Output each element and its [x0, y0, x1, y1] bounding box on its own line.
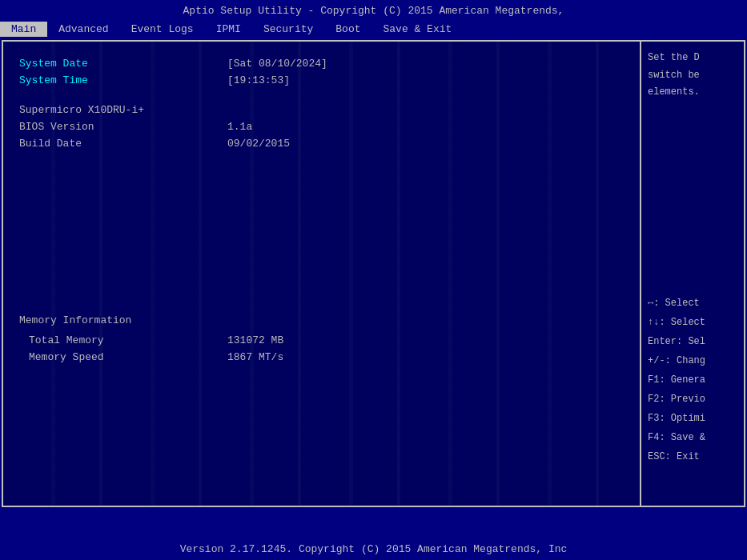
content-area: System Date [Sat 08/10/2024] System Time… — [2, 40, 641, 507]
system-time-label: System Time — [19, 74, 227, 86]
system-date-value[interactable]: [Sat 08/10/2024] — [227, 58, 327, 70]
menu-item-boot[interactable]: Boot — [324, 22, 371, 37]
build-date-label: Build Date — [19, 138, 227, 150]
title-bar: Aptio Setup Utility - Copyright (C) 2015… — [0, 0, 747, 20]
nav-esc: ESC: Exit — [648, 447, 737, 466]
nav-f2: F2: Previo — [648, 390, 737, 409]
menu-bar: Main Advanced Event Logs IPMI Security B… — [0, 20, 747, 38]
menu-item-main[interactable]: Main — [0, 22, 47, 37]
bottom-bar: Version 2.17.1245. Copyright (C) 2015 Am… — [0, 538, 747, 560]
bios-version-label: BIOS Version — [19, 121, 227, 133]
system-date-label: System Date — [19, 58, 227, 70]
nav-f4: F4: Save & — [648, 428, 737, 447]
nav-f3: F3: Optimi — [648, 409, 737, 428]
menu-item-ipmi[interactable]: IPMI — [205, 22, 252, 37]
model-label: Supermicro X10DRU-i+ — [19, 104, 227, 116]
build-date-value: 09/02/2015 — [227, 138, 290, 150]
bottom-text: Version 2.17.1245. Copyright (C) 2015 Am… — [180, 543, 568, 555]
memory-section-label: Memory Information — [19, 314, 131, 326]
bios-version-value: 1.1a — [227, 121, 252, 133]
menu-item-security[interactable]: Security — [252, 22, 324, 37]
sidebar-nav: ↔: Select ↑↓: Select Enter: Sel +/-: Cha… — [648, 294, 737, 466]
total-memory-label: Total Memory — [19, 334, 227, 346]
menu-item-eventlogs[interactable]: Event Logs — [120, 22, 205, 37]
nav-change: +/-: Chang — [648, 351, 737, 370]
sidebar-help: Set the Dswitch beelements. — [648, 50, 737, 102]
sidebar: Set the Dswitch beelements. ↔: Select ↑↓… — [641, 40, 745, 507]
nav-select-item: ↑↓: Select — [648, 313, 737, 332]
nav-select-screen: ↔: Select — [648, 294, 737, 313]
nav-f1: F1: Genera — [648, 370, 737, 390]
menu-item-advanced[interactable]: Advanced — [47, 22, 119, 37]
memory-speed-label: Memory Speed — [19, 351, 227, 363]
menu-item-saveexit[interactable]: Save & Exit — [372, 22, 464, 37]
total-memory-value: 131072 MB — [227, 334, 283, 346]
memory-speed-value: 1867 MT/s — [227, 351, 283, 363]
nav-enter: Enter: Sel — [648, 332, 737, 351]
system-time-value[interactable]: [19:13:53] — [227, 74, 290, 86]
title-text: Aptio Setup Utility - Copyright (C) 2015… — [183, 5, 564, 17]
